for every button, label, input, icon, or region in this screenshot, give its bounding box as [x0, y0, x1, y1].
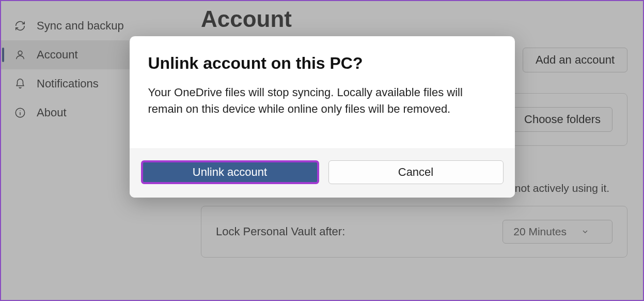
dialog-title: Unlink account on this PC?	[148, 54, 496, 73]
unlink-account-button[interactable]: Unlink account	[141, 160, 319, 184]
dialog-actions: Unlink account Cancel	[130, 148, 515, 198]
unlink-dialog: Unlink account on this PC? Your OneDrive…	[130, 36, 515, 198]
cancel-button[interactable]: Cancel	[328, 160, 504, 184]
dialog-body: Unlink account on this PC? Your OneDrive…	[130, 36, 515, 148]
dialog-text: Your OneDrive files will stop syncing. L…	[148, 84, 496, 117]
